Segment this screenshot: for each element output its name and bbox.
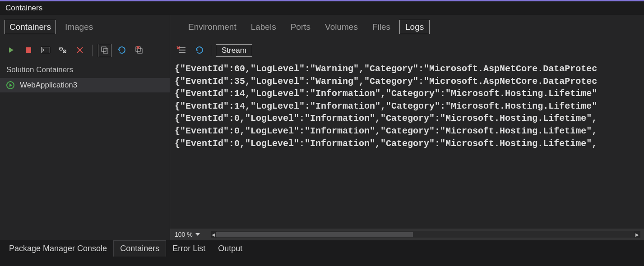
- svg-marker-24: [195, 233, 200, 236]
- svg-rect-2: [42, 47, 50, 53]
- clear-logs-button[interactable]: [175, 44, 188, 57]
- tool-tab-output[interactable]: Output: [212, 240, 249, 257]
- prune-icon: [134, 45, 144, 56]
- tab-ports[interactable]: Ports: [285, 20, 316, 34]
- svg-line-14: [137, 46, 139, 49]
- show-all-button[interactable]: [98, 44, 111, 57]
- scroll-right-icon: ▶: [634, 231, 640, 238]
- stream-button[interactable]: Stream: [216, 44, 252, 57]
- left-tab-containers[interactable]: Containers: [5, 20, 56, 34]
- clear-icon: [176, 46, 186, 55]
- svg-point-5: [63, 50, 66, 52]
- prune-button[interactable]: [132, 44, 146, 57]
- svg-marker-17: [9, 83, 12, 87]
- log-line: {"EventId":35,"LogLevel":"Warning","Cate…: [175, 75, 644, 88]
- container-name: WebApplication3: [20, 81, 77, 90]
- log-toolbar: Stream: [170, 42, 644, 62]
- left-pane: Containers Images: [0, 15, 170, 240]
- svg-marker-11: [118, 50, 120, 51]
- svg-rect-1: [26, 47, 31, 53]
- settings-button[interactable]: [56, 44, 69, 57]
- stack-icon: [100, 46, 109, 56]
- zoom-control[interactable]: 100 %: [175, 231, 200, 238]
- svg-marker-0: [9, 47, 14, 53]
- svg-line-7: [77, 47, 83, 53]
- svg-line-8: [77, 47, 83, 53]
- panel-grip[interactable]: [48, 6, 639, 10]
- log-line: {"EventId":0,"LogLevel":"Information","C…: [175, 112, 644, 125]
- scroll-thumb[interactable]: [216, 232, 413, 237]
- x-icon: [76, 46, 83, 55]
- horizontal-scrollbar[interactable]: ◀ ▶: [212, 231, 639, 238]
- container-list: WebApplication3: [0, 78, 170, 240]
- svg-rect-12: [136, 47, 140, 51]
- svg-rect-9: [102, 47, 106, 51]
- play-icon: [8, 46, 15, 55]
- detail-tabs: Environment Labels Ports Volumes Files L…: [170, 15, 644, 42]
- tab-volumes[interactable]: Volumes: [320, 20, 363, 34]
- svg-marker-23: [196, 50, 198, 51]
- stop-icon: [25, 47, 32, 55]
- refresh-icon: [195, 45, 204, 56]
- start-button[interactable]: [5, 44, 18, 57]
- container-item[interactable]: WebApplication3: [0, 78, 170, 92]
- refresh-icon: [117, 45, 127, 56]
- main-area: Containers Images: [0, 15, 644, 240]
- stop-button[interactable]: [22, 44, 35, 57]
- toolbar-separator: [211, 45, 211, 56]
- tab-logs[interactable]: Logs: [399, 20, 430, 34]
- svg-rect-13: [138, 49, 142, 53]
- terminal-button[interactable]: [39, 44, 52, 57]
- log-line: {"EventId":0,"LogLevel":"Information","C…: [175, 125, 644, 138]
- svg-line-15: [137, 46, 139, 49]
- svg-point-4: [60, 48, 61, 49]
- terminal-icon: [41, 47, 50, 55]
- refresh-button[interactable]: [115, 44, 129, 57]
- left-tabs: Containers Images: [0, 15, 170, 42]
- chevron-down-icon: [195, 231, 200, 238]
- tab-environment[interactable]: Environment: [183, 20, 242, 34]
- tab-files[interactable]: Files: [367, 20, 396, 34]
- tool-tab-errorlist[interactable]: Error List: [166, 240, 212, 257]
- refresh-logs-button[interactable]: [193, 44, 206, 57]
- tool-window-tabs: Package Manager Console Containers Error…: [0, 240, 644, 257]
- tool-tab-containers[interactable]: Containers: [113, 240, 166, 257]
- tab-labels[interactable]: Labels: [246, 20, 282, 34]
- svg-line-21: [177, 46, 180, 49]
- delete-button[interactable]: [73, 44, 87, 57]
- svg-point-6: [64, 51, 65, 52]
- left-toolbar: [0, 42, 170, 62]
- log-line: {"EventId":14,"LogLevel":"Information","…: [175, 100, 644, 113]
- panel-title-bar: Containers: [0, 1, 644, 15]
- log-output[interactable]: {"EventId":60,"LogLevel":"Warning","Cate…: [170, 62, 644, 229]
- left-tab-images[interactable]: Images: [60, 20, 97, 34]
- panel-title: Containers: [5, 4, 42, 13]
- svg-line-22: [177, 46, 180, 49]
- svg-point-16: [7, 82, 14, 89]
- running-status-icon: [6, 81, 14, 89]
- log-line: {"EventId":0,"LogLevel":"Information","C…: [175, 138, 644, 150]
- zoom-bar: 100 % ◀ ▶: [170, 229, 644, 240]
- zoom-level: 100 %: [175, 231, 193, 238]
- log-line: {"EventId":14,"LogLevel":"Information","…: [175, 87, 644, 100]
- section-header: Solution Containers: [0, 62, 170, 78]
- svg-point-3: [60, 47, 63, 50]
- svg-rect-10: [103, 49, 108, 53]
- tool-tab-pkgmgr[interactable]: Package Manager Console: [3, 240, 113, 257]
- gears-icon: [58, 46, 67, 55]
- log-line: {"EventId":60,"LogLevel":"Warning","Cate…: [175, 63, 644, 75]
- right-pane: Environment Labels Ports Volumes Files L…: [170, 15, 644, 240]
- toolbar-separator: [92, 45, 93, 56]
